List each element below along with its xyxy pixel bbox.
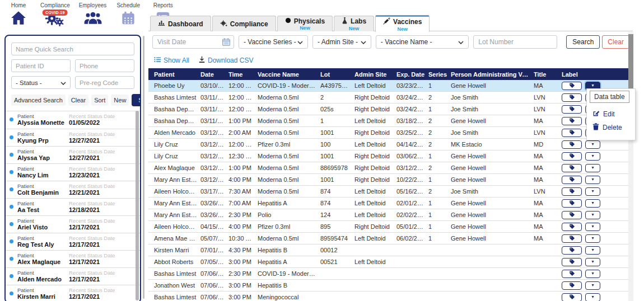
row-actions-dropdown-button[interactable]: ▾: [585, 211, 600, 219]
nav-employees[interactable]: Employees: [79, 2, 106, 29]
column-header[interactable]: Patient: [154, 71, 200, 78]
label-tag-button[interactable]: [562, 258, 582, 266]
patient-list-item[interactable]: Patient Kirsten Marri Recent Status Date…: [6, 285, 140, 301]
patient-list-item[interactable]: Patient Reg Test Aly Recent Status Date …: [6, 233, 140, 250]
tab-compliance[interactable]: Compliance: [212, 16, 276, 31]
nav-home[interactable]: Home: [6, 2, 31, 29]
tab-dashboard[interactable]: Dashboard: [150, 16, 211, 31]
table-row[interactable]: Amena Mae Bucc 05/07/2021 10:30 AM Moder…: [148, 233, 633, 244]
table-row[interactable]: Phoebe Uy 03/10/2021 12:00 AM COVID-19 -…: [148, 80, 633, 92]
table-row[interactable]: Mary Ann Estaci... 03/26/2021 2:30 PM Po…: [148, 209, 633, 221]
sort-button[interactable]: Sort: [91, 95, 108, 106]
table-row[interactable]: Bashas Limtest 07/06/2021 2:30 PM COVID-…: [148, 268, 633, 280]
name-quick-search-input[interactable]: [11, 43, 134, 55]
patient-list-item[interactable]: Patient Aa Test Recent Status Date 12/18…: [6, 198, 140, 215]
table-row[interactable]: Alden Mercado 03/12/2021 2:00 AM Moderna…: [148, 127, 633, 139]
label-tag-button[interactable]: [562, 270, 582, 278]
patient-list-item[interactable]: Patient Alex Maglaque Recent Status Date…: [6, 250, 140, 267]
table-row[interactable]: Bashas Limtest 07/06/2021 3:00 PM Mening…: [148, 291, 633, 301]
column-header[interactable]: Series: [428, 71, 451, 78]
table-row[interactable]: Mary Ann Estaci... 03/12/2021 4:00 PM Mo…: [148, 174, 633, 186]
column-header[interactable]: Exp. Date: [396, 71, 428, 78]
menu-item-edit[interactable]: Edit: [587, 107, 635, 121]
clear-button-sidebar[interactable]: Clear: [68, 95, 88, 106]
sidebar-scrollbar[interactable]: [136, 111, 139, 300]
row-actions-dropdown-button[interactable]: ▾: [585, 234, 600, 243]
sidebar-scroll-thumb[interactable]: [136, 111, 139, 300]
patient-list-item[interactable]: Patient Alyssa Yap Recent Status Date 12…: [6, 146, 140, 163]
status-select[interactable]: - Status -: [11, 76, 71, 89]
column-header[interactable]: Title: [534, 71, 562, 78]
nav-compliance[interactable]: Compliance COVID-19: [40, 2, 70, 29]
row-actions-dropdown-button[interactable]: ▾: [585, 176, 600, 184]
label-tag-button[interactable]: [562, 140, 582, 149]
search-button-sidebar[interactable]: Search: [132, 94, 141, 106]
patient-list-item[interactable]: Patient Nancy Lim Recent Status Date 12/…: [6, 163, 140, 181]
row-actions-dropdown-button[interactable]: ▾: [585, 164, 600, 172]
column-header[interactable]: Time: [228, 71, 258, 78]
label-tag-button[interactable]: [562, 246, 582, 255]
new-button[interactable]: New: [111, 95, 129, 106]
patient-id-input[interactable]: [11, 59, 71, 72]
table-row[interactable]: Bashas Limtest 03/11/2021 12:00 PM Moder…: [148, 92, 633, 104]
table-row[interactable]: Bashaa Dependen... 03/11/2021 1:00 PM Mo…: [148, 115, 633, 127]
table-row[interactable]: Lily Cruz 03/12/2021 12:00 PM Pfizer 0.3…: [148, 139, 633, 150]
advanced-search-button[interactable]: Advanced Search: [11, 95, 66, 106]
admin-site-select[interactable]: - Admin Site -: [312, 35, 371, 49]
label-tag-button[interactable]: [562, 281, 582, 290]
row-actions-dropdown-button[interactable]: ▾: [585, 246, 600, 255]
row-actions-dropdown-button[interactable]: ▾: [585, 281, 600, 290]
row-actions-dropdown-button[interactable]: ▾: [585, 199, 600, 208]
column-header[interactable]: Person Administrating Vaccine: [451, 71, 534, 78]
patient-list-item[interactable]: Patient Ariel Visto Recent Status Date 1…: [6, 215, 140, 233]
tab-labs[interactable]: Labs New: [334, 16, 374, 31]
label-tag-button[interactable]: [562, 199, 582, 208]
table-row[interactable]: Abbot Roberts 07/05/2021 3:00 PM Hepatit…: [148, 256, 633, 268]
label-tag-button[interactable]: [562, 105, 582, 114]
row-actions-dropdown-button[interactable]: ▾: [585, 293, 600, 301]
vaccine-name-select[interactable]: - Vaccine Name -: [376, 35, 469, 49]
label-tag-button[interactable]: [562, 82, 582, 90]
patient-list-item[interactable]: Patient Alyssia Monette Recent Status Da…: [6, 111, 140, 129]
phone-input[interactable]: [75, 59, 134, 72]
label-tag-button[interactable]: [562, 164, 582, 172]
show-all-link[interactable]: Show All: [154, 57, 189, 64]
table-row[interactable]: Mary Ann Estaci... 03/26/2021 7:00 AM He…: [148, 197, 633, 209]
column-header[interactable]: Lot: [320, 71, 354, 78]
search-button[interactable]: Search: [566, 35, 600, 49]
menu-item-delete[interactable]: Delete: [587, 121, 635, 134]
table-row[interactable]: Aileen Holcomb 04/15/2021 4:00 PM Pfizer…: [148, 221, 633, 233]
tab-vaccines[interactable]: Vaccines New: [375, 15, 430, 32]
download-csv-link[interactable]: Download CSV: [198, 56, 253, 65]
label-tag-button[interactable]: [562, 152, 582, 161]
patient-list-item[interactable]: Patient Alden Mercado Recent Status Date…: [6, 267, 140, 285]
vaccine-series-select[interactable]: - Vaccine Series -: [239, 35, 308, 49]
table-row[interactable]: Jonathon West 07/06/2021 3:00 PM Hepatit…: [148, 280, 633, 291]
table-row[interactable]: Bashaa Dependen... 03/11/2021 12:00 PM M…: [148, 104, 633, 115]
table-row[interactable]: Alex Maglaque 03/12/2021 1:00 PM Moderna…: [148, 162, 633, 174]
label-tag-button[interactable]: [562, 117, 582, 125]
row-actions-dropdown-button[interactable]: ▾: [585, 270, 600, 278]
row-actions-dropdown-button[interactable]: ▾: [585, 187, 600, 196]
table-row[interactable]: Aileen Holcomb 03/17/2021 7:30 AM Modern…: [148, 186, 633, 197]
nav-schedule[interactable]: Schedule: [115, 2, 141, 29]
label-tag-button[interactable]: [562, 187, 582, 196]
patient-list-item[interactable]: Patient Colt Benjamin Recent Status Date…: [6, 181, 140, 198]
label-tag-button[interactable]: [562, 211, 582, 219]
patient-list-item[interactable]: Patient Kyung Prp Recent Status Date 12/…: [6, 129, 140, 146]
label-tag-button[interactable]: [562, 93, 582, 102]
table-row[interactable]: Lily Cruz 03/12/2021 12:30 PM Moderna 0.…: [148, 150, 633, 162]
row-actions-dropdown-button[interactable]: ▾: [585, 223, 600, 231]
label-tag-button[interactable]: [562, 234, 582, 243]
label-tag-button[interactable]: [562, 129, 582, 137]
clear-button[interactable]: Clear: [602, 35, 629, 49]
row-actions-dropdown-button[interactable]: ▾: [585, 152, 600, 161]
row-actions-dropdown-button[interactable]: ▾: [585, 258, 600, 266]
column-header[interactable]: Label: [562, 71, 633, 78]
lot-number-input[interactable]: [473, 35, 557, 49]
column-header[interactable]: Admin Site: [354, 71, 396, 78]
label-tag-button[interactable]: [562, 176, 582, 184]
row-actions-dropdown-button[interactable]: ▾: [585, 140, 600, 149]
column-header[interactable]: Date: [200, 71, 228, 78]
main-scrollbar[interactable]: [628, 32, 633, 301]
